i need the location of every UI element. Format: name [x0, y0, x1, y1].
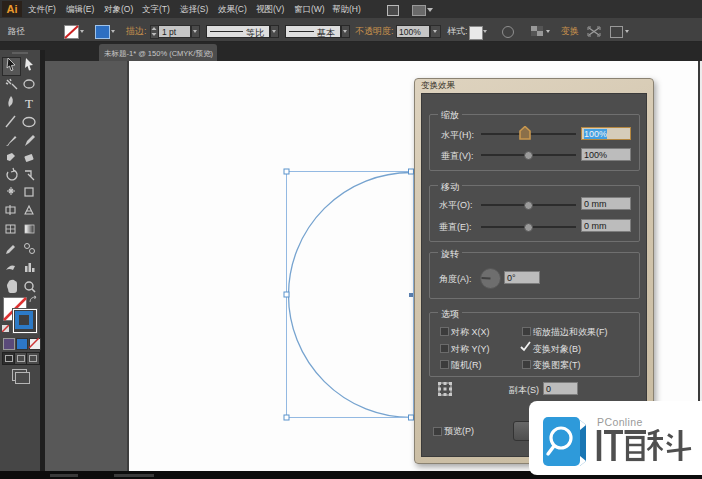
svg-text:T: T: [25, 96, 33, 111]
